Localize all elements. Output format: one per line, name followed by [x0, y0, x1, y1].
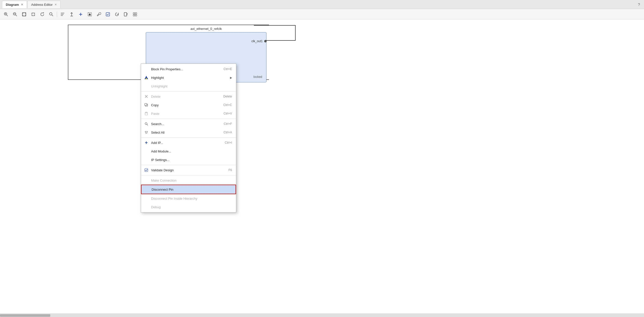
- locked-label: locked: [253, 75, 262, 79]
- menu-item-highlight[interactable]: Highlight ▶: [141, 73, 236, 82]
- menu-shortcut-add-ip: Ctrl+I: [225, 141, 232, 144]
- svg-rect-37: [145, 169, 148, 172]
- toolbar-separator-1: [57, 12, 57, 17]
- tab-address-editor-close[interactable]: ✕: [55, 3, 57, 6]
- unhighlight-icon: [144, 83, 149, 89]
- svg-line-5: [16, 15, 17, 16]
- menu-item-disconnect-pin[interactable]: Disconnect Pin: [141, 185, 236, 194]
- menu-label-copy: Copy: [151, 103, 223, 107]
- menu-item-add-module[interactable]: Add Module...: [141, 147, 236, 155]
- svg-rect-23: [133, 15, 135, 16]
- svg-rect-20: [124, 13, 127, 16]
- menu-item-add-ip[interactable]: Add IP... Ctrl+I: [141, 138, 236, 147]
- tab-address-editor[interactable]: Address Editor ✕: [27, 1, 61, 8]
- menu-item-ip-settings[interactable]: IP Settings...: [141, 155, 236, 164]
- export-button[interactable]: [122, 11, 130, 18]
- menu-separator-4: [141, 165, 236, 165]
- zoom-out-button[interactable]: [11, 11, 19, 18]
- menu-item-select-all[interactable]: Select All Ctrl+A: [141, 128, 236, 137]
- clk-out1-label: clk_out1: [251, 39, 263, 43]
- menu-item-copy[interactable]: Copy Ctrl+C: [141, 101, 236, 109]
- tab-address-editor-label: Address Editor: [31, 3, 53, 7]
- menu-shortcut-validate-design: F6: [228, 168, 232, 172]
- disconnect-pin-hierarchy-icon: [144, 196, 149, 201]
- highlight-icon: [144, 75, 149, 80]
- diagram-container: axi_ethernet_0_refclk clk_out1 clk_in1 l…: [0, 20, 644, 317]
- delete-icon: [144, 94, 149, 99]
- tab-diagram[interactable]: Diagram ✕: [2, 1, 27, 8]
- menu-item-paste: Paste Ctrl+V: [141, 109, 236, 118]
- validate-toolbar-button[interactable]: [104, 11, 112, 18]
- menu-label-paste: Paste: [151, 112, 223, 116]
- add-module-icon: [144, 148, 149, 154]
- svg-rect-19: [106, 13, 110, 16]
- menu-label-highlight: Highlight: [151, 76, 228, 80]
- svg-rect-21: [133, 13, 135, 14]
- zoom-in-button[interactable]: [2, 11, 10, 18]
- svg-point-9: [50, 13, 52, 15]
- fit-selection-button[interactable]: [29, 11, 37, 18]
- select-toolbar-button[interactable]: [86, 11, 94, 18]
- refresh-button[interactable]: [38, 11, 46, 18]
- axi-block-title: axi_ethernet_0_refclk: [191, 27, 222, 31]
- disconnect-pin-icon: [144, 187, 150, 192]
- bottom-scrollbar[interactable]: [0, 313, 644, 317]
- search-icon: [144, 121, 149, 127]
- menu-item-debug: Debug: [141, 203, 236, 211]
- highlight-arrow: ▶: [230, 76, 232, 79]
- menu-label-disconnect-pin-hierarchy: Disconnect Pin Inside Hierarchy: [151, 197, 232, 200]
- debug-icon: [144, 204, 149, 210]
- help-button[interactable]: ?: [636, 2, 642, 7]
- menu-separator-5: [141, 175, 236, 175]
- tab-diagram-close[interactable]: ✕: [21, 3, 23, 6]
- add-ip-icon: [144, 140, 149, 145]
- menu-label-add-ip: Add IP...: [151, 141, 225, 145]
- svg-line-1: [7, 15, 8, 16]
- menu-separator-3: [141, 137, 236, 138]
- svg-rect-7: [22, 13, 26, 16]
- svg-line-34: [147, 124, 148, 125]
- svg-point-33: [145, 123, 147, 125]
- menu-separator-1: [141, 91, 236, 91]
- menu-item-validate-design[interactable]: Validate Design F6: [141, 166, 236, 174]
- align-left-button[interactable]: [59, 11, 67, 18]
- align-up-button[interactable]: [68, 11, 76, 18]
- menu-label-unhighlight: Unhighlight: [151, 84, 232, 88]
- add-ip-toolbar-button[interactable]: [77, 11, 85, 18]
- make-connection-icon: [144, 178, 149, 183]
- svg-rect-24: [135, 15, 137, 16]
- settings-button[interactable]: [131, 11, 139, 18]
- menu-label-validate-design: Validate Design: [151, 168, 228, 172]
- wire-vertical: [295, 25, 296, 41]
- reload-button[interactable]: [113, 11, 121, 18]
- menu-item-block-pin-props[interactable]: Block Pin Properties... Ctrl+E: [141, 65, 236, 73]
- menu-shortcut-block-pin-props: Ctrl+E: [223, 67, 232, 71]
- svg-rect-8: [32, 13, 35, 16]
- menu-shortcut-select-all: Ctrl+A: [223, 131, 232, 134]
- menu-separator-2: [141, 119, 236, 119]
- menu-label-debug: Debug: [151, 205, 232, 209]
- search-toolbar-button[interactable]: [47, 11, 55, 18]
- menu-label-select-all: Select All: [151, 131, 223, 134]
- menu-shortcut-search: Ctrl+F: [224, 122, 232, 126]
- menu-item-disconnect-pin-hierarchy: Disconnect Pin Inside Hierarchy: [141, 194, 236, 203]
- toolbar: [0, 9, 644, 20]
- canvas-area[interactable]: axi_ethernet_0_refclk clk_out1 clk_in1 l…: [0, 20, 644, 317]
- scrollbar-thumb[interactable]: [0, 314, 50, 317]
- menu-shortcut-delete: Delete: [223, 95, 232, 98]
- tab-diagram-label: Diagram: [6, 3, 19, 7]
- menu-label-search: Search...: [151, 122, 224, 126]
- block-pin-props-icon: [144, 66, 149, 72]
- svg-rect-22: [135, 13, 137, 14]
- select-all-icon: [144, 130, 149, 135]
- menu-item-delete: Delete Delete: [141, 92, 236, 101]
- fit-view-button[interactable]: [20, 11, 28, 18]
- menu-label-make-connection: Make Connection: [151, 179, 232, 182]
- svg-rect-26: [146, 78, 147, 79]
- menu-item-unhighlight: Unhighlight: [141, 82, 236, 90]
- menu-item-search[interactable]: Search... Ctrl+F: [141, 120, 236, 128]
- wrench-button[interactable]: [95, 11, 103, 18]
- ip-settings-icon: [144, 157, 149, 163]
- menu-label-add-module: Add Module...: [151, 149, 232, 153]
- svg-line-10: [52, 15, 53, 16]
